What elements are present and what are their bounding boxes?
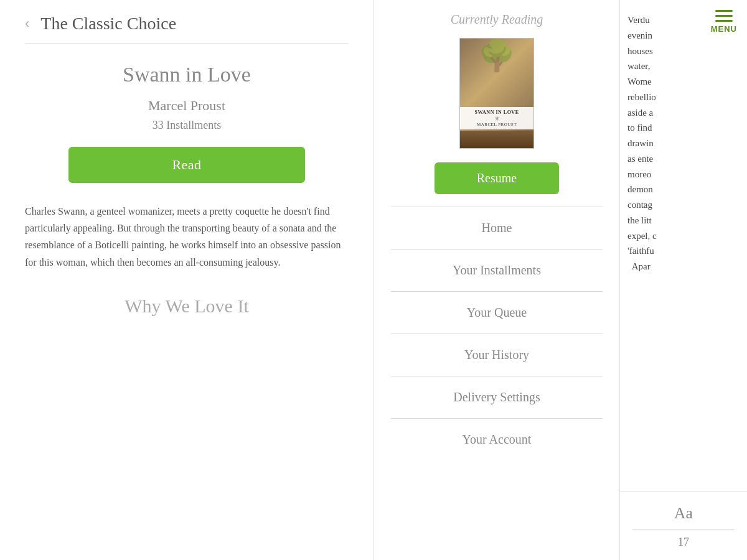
- reading-text-panel: Verdu evenin houses water, Wome rebellio…: [620, 0, 747, 485]
- read-button[interactable]: Read: [68, 147, 305, 183]
- book-cover: 🌳 SWANN IN LOVE ⚜ MARCEL PROUST: [459, 38, 534, 149]
- installments-count: 33 Installments: [25, 119, 349, 132]
- book-description: Charles Swann, a genteel womanizer, meet…: [25, 203, 349, 271]
- page-title: The Classic Choice: [40, 14, 176, 34]
- book-title: Swann in Love: [25, 63, 349, 86]
- cover-tree-icon: 🌳: [478, 41, 515, 71]
- reading-text-content: Verdu evenin houses water, Wome rebellio…: [627, 6, 742, 274]
- right-panel: MENU Verdu evenin houses water, Wome reb…: [619, 0, 747, 560]
- nav-item-installments[interactable]: Your Installments: [374, 250, 619, 291]
- cover-emblem: ⚜: [461, 115, 532, 122]
- author-name: Marcel Proust: [25, 98, 349, 114]
- middle-panel: Currently Reading 🌳 SWANN IN LOVE ⚜ MARC…: [374, 0, 619, 560]
- nav-item-home[interactable]: Home: [374, 207, 619, 249]
- font-size-icon[interactable]: Aa: [674, 504, 693, 523]
- currently-reading-label: Currently Reading: [451, 12, 543, 27]
- cover-author: MARCEL PROUST: [461, 122, 532, 127]
- cover-bottom-bar: [460, 131, 533, 148]
- resume-button[interactable]: Resume: [435, 162, 559, 194]
- cover-title: SWANN IN LOVE: [461, 110, 532, 115]
- nav-item-queue[interactable]: Your Queue: [374, 292, 619, 334]
- nav-item-account[interactable]: Your Account: [374, 419, 619, 460]
- header-bar: ‹ The Classic Choice: [25, 0, 349, 44]
- nav-item-history[interactable]: Your History: [374, 334, 619, 376]
- nav-item-delivery[interactable]: Delivery Settings: [374, 376, 619, 418]
- back-button[interactable]: ‹: [25, 17, 29, 30]
- font-divider: [632, 529, 734, 530]
- why-we-love-it-heading: Why We Love It: [25, 296, 349, 317]
- page-number: 17: [678, 536, 689, 549]
- cover-label: SWANN IN LOVE ⚜ MARCEL PROUST: [460, 107, 533, 129]
- left-panel: ‹ The Classic Choice Swann in Love Marce…: [0, 0, 374, 560]
- font-controls: Aa 17: [620, 492, 747, 560]
